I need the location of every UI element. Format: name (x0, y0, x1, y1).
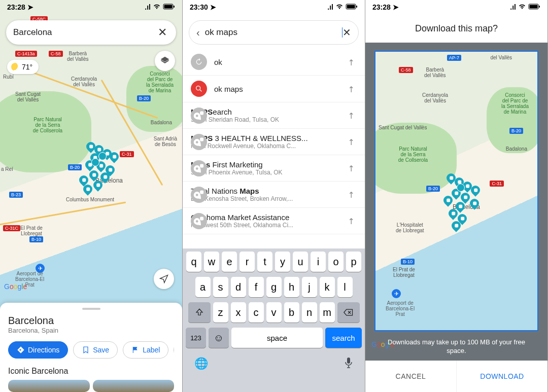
dictation-key[interactable] (344, 357, 353, 371)
key-g[interactable]: g (266, 277, 282, 297)
selection-rect[interactable]: AP-7 C-58 B-20 B-20 C-31 B-10 del Vallès… (374, 51, 538, 331)
save-button[interactable]: Save (73, 341, 118, 359)
insert-arrow-icon[interactable]: ↖ (343, 160, 360, 177)
suggestion-item[interactable]: MAPSearchSouth Sheridan Road, Tulsa, OK↖ (183, 102, 365, 129)
download-button[interactable]: DOWNLOAD (457, 361, 547, 392)
map-place-label: Cerdanyola del Vallès (71, 76, 97, 87)
search-input[interactable] (205, 27, 341, 38)
signal-icon: .ıl (145, 3, 151, 11)
key-d[interactable]: d (231, 277, 246, 297)
suggestion-item[interactable]: ok maps↖ (183, 76, 365, 102)
map-place-label: Rubí (3, 74, 14, 80)
suggestion-item[interactable]: Tribal Nations MapsEast Kenosha Street, … (183, 182, 365, 208)
battery-icon (163, 3, 175, 11)
key-r[interactable]: r (239, 252, 255, 272)
route-badge: B-23 (9, 192, 23, 198)
key-v[interactable]: v (266, 302, 282, 323)
key-q[interactable]: q (186, 252, 201, 272)
route-badge: B-20 (509, 128, 523, 134)
layers-button[interactable] (155, 51, 175, 71)
back-button[interactable]: ‹ (196, 27, 205, 39)
cancel-button[interactable]: CANCEL (365, 361, 456, 392)
map-place-label: Aeroport de Barcelona-El Prat (386, 300, 415, 317)
key-s[interactable]: s (213, 277, 228, 297)
key-z[interactable]: z (213, 302, 228, 323)
search-input[interactable] (13, 27, 156, 38)
airport-icon: ✈ (392, 289, 401, 298)
my-location-button[interactable] (154, 269, 174, 289)
insert-arrow-icon[interactable]: ↖ (343, 212, 360, 230)
backspace-icon (344, 308, 354, 316)
insert-arrow-icon[interactable]: ↖ (343, 53, 360, 70)
more-button[interactable]: ⋯ (174, 341, 174, 359)
weather-temp: 71° (22, 63, 32, 71)
keyboard: qwertyuiop asdfghjkl zxcvbnm 123 ☺ space… (183, 248, 365, 392)
svg-rect-9 (530, 5, 538, 9)
key-u[interactable]: u (293, 252, 308, 272)
map-place-label: Sant Cugat del Vallès (15, 91, 41, 102)
key-m[interactable]: m (320, 302, 335, 323)
photo-thumbnail[interactable] (93, 380, 175, 392)
shift-key[interactable] (188, 302, 211, 323)
emoji-key[interactable]: ☺ (209, 328, 229, 348)
suggestion-item[interactable]: ok↖ (183, 49, 365, 76)
key-w[interactable]: w (204, 252, 219, 272)
directions-button[interactable]: Directions (8, 341, 68, 359)
route-badge: C-31 (490, 181, 504, 187)
key-b[interactable]: b (284, 302, 299, 323)
key-h[interactable]: h (284, 277, 299, 297)
sun-icon (11, 63, 19, 71)
label-button[interactable]: Label (123, 341, 168, 359)
search-bar[interactable]: ‹ ✕ (189, 20, 359, 45)
globe-key[interactable]: 🌐 (194, 357, 208, 371)
clear-icon[interactable]: ✕ (342, 26, 351, 39)
grabber-handle[interactable] (82, 308, 100, 310)
key-j[interactable]: j (302, 277, 317, 297)
key-k[interactable]: k (320, 277, 335, 297)
suggestion-item[interactable]: Oklahoma Market AssistanceNorthwest 50th… (183, 208, 365, 234)
place-subtitle: Barcelona, Spain (8, 327, 174, 334)
key-l[interactable]: l (337, 277, 353, 297)
key-y[interactable]: y (275, 252, 290, 272)
key-t[interactable]: t (257, 252, 272, 272)
key-a[interactable]: a (195, 277, 211, 297)
svg-rect-5 (356, 6, 357, 8)
weather-chip[interactable]: 71° (7, 60, 39, 74)
clear-icon[interactable]: ✕ (156, 24, 169, 41)
wifi-icon (518, 3, 526, 11)
svg-rect-1 (164, 5, 173, 9)
search-key[interactable]: search (325, 328, 362, 348)
key-e[interactable]: e (222, 252, 237, 272)
route-badge: C-58 (49, 51, 63, 57)
route-badge: AP-7 (447, 55, 461, 61)
numbers-key[interactable]: 123 (186, 328, 206, 348)
key-i[interactable]: i (311, 252, 326, 272)
chip-label: Save (93, 346, 109, 354)
space-key[interactable]: space (231, 328, 323, 348)
suggestion-text: MAPS 3 HEALTH & WELLNESS...North Rockwel… (191, 134, 339, 150)
key-x[interactable]: x (231, 302, 246, 323)
photo-thumbnail[interactable] (8, 380, 90, 392)
map-place-label: Cerdanyola del Vallès (422, 92, 448, 103)
place-bottom-sheet[interactable]: Barcelona Barcelona, Spain Directions Sa… (0, 303, 182, 392)
route-badge: B-20 (426, 186, 440, 192)
key-f[interactable]: f (249, 277, 264, 297)
key-n[interactable]: n (302, 302, 317, 323)
suggestion-item[interactable]: MAPS 3 HEALTH & WELLNESS...North Rockwel… (183, 129, 365, 155)
insert-arrow-icon[interactable]: ↖ (343, 107, 360, 124)
svg-rect-2 (174, 6, 175, 8)
backspace-key[interactable] (337, 302, 360, 323)
wifi-icon (153, 3, 161, 11)
key-o[interactable]: o (328, 252, 344, 272)
insert-arrow-icon[interactable]: ↖ (343, 80, 360, 97)
battery-icon (346, 3, 358, 11)
suggestion-item[interactable]: Maps First MarketingSouth Phoenix Avenue… (183, 155, 365, 182)
insert-arrow-icon[interactable]: ↖ (343, 133, 360, 151)
mic-icon (344, 357, 353, 368)
search-bar[interactable]: ✕ (6, 20, 176, 45)
status-icons: .ıl (145, 3, 175, 11)
location-arrow-icon: ➤ (393, 3, 399, 11)
insert-arrow-icon[interactable]: ↖ (343, 186, 360, 203)
key-p[interactable]: p (346, 252, 361, 272)
key-c[interactable]: c (249, 302, 264, 323)
